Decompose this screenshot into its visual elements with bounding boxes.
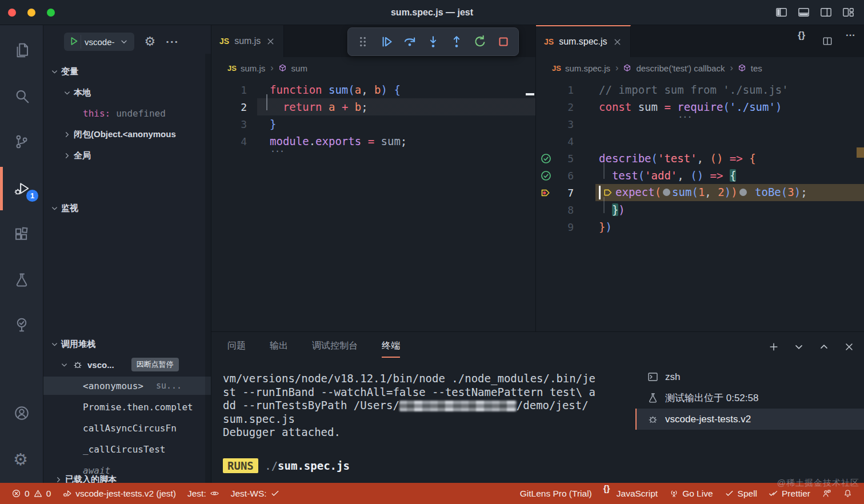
debug-stop-button[interactable] (495, 33, 512, 50)
activity-item-run-and-debug[interactable]: 1 (0, 175, 43, 202)
minimize-window-button[interactable] (27, 9, 35, 17)
debug-settings-gear-icon[interactable]: ⚙ (145, 34, 156, 49)
tab-sum-js[interactable]: JS sum.js (211, 25, 284, 57)
status-item-jest-autorun[interactable]: Jest: (182, 489, 225, 499)
status-item-jest-ws[interactable]: Jest-WS: (225, 489, 286, 499)
activity-item-explorer[interactable] (0, 37, 43, 64)
stack-frame[interactable]: callAsyncCircusFn (43, 419, 211, 437)
editor-group-left: JS sum.js JSsum.js›sum 1function sum(a, … (211, 25, 536, 331)
close-window-button[interactable] (8, 9, 16, 17)
code-line[interactable]: 3} (211, 115, 535, 133)
stack-frame[interactable]: Promise.then.complet (43, 398, 211, 416)
debug-restart-button[interactable] (471, 33, 489, 50)
code-line[interactable]: 8 }) (536, 201, 864, 218)
inline-breakpoint-candidate-icon[interactable] (739, 189, 747, 196)
activity-item-extensions[interactable] (0, 221, 43, 248)
watch-section-header[interactable]: 监视 (43, 199, 211, 217)
line-number: 8 (555, 204, 574, 216)
variable-this[interactable]: this: undefined (43, 104, 211, 122)
grip-icon (355, 34, 370, 49)
status-item-debug-session[interactable]: vscode-jest-tests.v2 (jest) (57, 489, 182, 499)
start-debugging-icon[interactable] (67, 35, 81, 49)
status-item-spell[interactable]: Spell (719, 489, 763, 499)
close-panel-icon[interactable] (843, 341, 855, 353)
status-item-problems-summary[interactable]: 00 (6, 489, 57, 499)
activity-item-source-control[interactable] (0, 128, 43, 155)
loaded-scripts-section[interactable]: 已载入的脚本 (43, 470, 211, 483)
code-line[interactable]: 7expect(sum(1, 2)) toBe(3); (536, 184, 864, 201)
line-number: 5 (555, 153, 574, 165)
variables-local-scope[interactable]: 本地 (43, 83, 211, 102)
callstack-section-header[interactable]: 调用堆栈 (43, 335, 211, 353)
debug-step-out-button[interactable] (448, 33, 465, 50)
code-line[interactable]: 4 (536, 133, 864, 150)
activity-item-search[interactable] (0, 82, 43, 110)
go-to-symbol-icon[interactable]: {} (798, 35, 809, 47)
stack-frame[interactable]: <anonymous>su... (43, 377, 211, 395)
variables-closure-scope[interactable]: 闭包(Object.<anonymous (43, 125, 211, 143)
terminal-output[interactable]: vm/versions/node/v18.12.1/bin/node ./nod… (223, 372, 633, 473)
variables-global-scope[interactable]: 全局 (43, 146, 211, 165)
stack-frame[interactable]: _callCircusTest (43, 440, 211, 458)
panel-tab-terminal[interactable]: 终端 (382, 337, 400, 358)
code-line[interactable]: 5describe('test', () => { (536, 150, 864, 167)
code-line[interactable]: 3 (536, 115, 864, 133)
status-bar-right: GitLens Pro (Trial){}JavaScriptGo LiveSp… (514, 489, 858, 499)
customize-layout-icon[interactable] (842, 6, 855, 19)
launch-config-picker[interactable]: vscode- (64, 33, 134, 51)
code-line[interactable]: 4module.exports = sum; (211, 133, 535, 150)
debug-continue-button[interactable] (378, 33, 395, 50)
maximize-panel-icon[interactable] (818, 341, 830, 353)
panel-tab-debug-console[interactable]: 调试控制台 (312, 337, 358, 358)
status-item-prettier[interactable]: Prettier (763, 489, 816, 499)
more-actions-icon[interactable]: ··· (846, 35, 857, 47)
toggle-panel-icon[interactable] (797, 6, 810, 19)
debug-step-into-button[interactable] (425, 33, 442, 50)
debug-drag-handle-button[interactable] (354, 33, 371, 50)
toggle-secondary-sidebar-icon[interactable] (819, 6, 833, 19)
panel-actions (768, 341, 855, 353)
variables-section-header[interactable]: 变量 (43, 62, 211, 81)
code-line[interactable]: 1function sum(a, b) { (211, 81, 535, 98)
breadcrumb[interactable]: JSsum.js›sum (211, 57, 535, 79)
tab-sum-spec-js[interactable]: JS sum.spec.js (536, 25, 631, 57)
code-editor-sum-js[interactable]: 1function sum(a, b) {2 return a + b;3}4m… (211, 79, 535, 331)
close-tab-icon[interactable] (613, 37, 622, 47)
panel-tab-output[interactable]: 输出 (270, 337, 288, 358)
status-item-language-mode[interactable]: {}JavaScript (598, 489, 663, 499)
activity-item-testing[interactable] (0, 266, 43, 294)
inline-breakpoint-candidate-icon[interactable] (663, 189, 670, 196)
new-terminal-icon[interactable] (768, 341, 779, 353)
debug-more-actions-icon[interactable]: ··· (166, 35, 179, 49)
terminal-list-item-test-output[interactable]: 测试输出位于 0:52:58 (635, 387, 864, 409)
split-editor-icon[interactable] (822, 35, 833, 47)
close-tab-icon[interactable] (266, 37, 275, 46)
code-line[interactable]: 9}) (536, 218, 864, 235)
code-line[interactable]: 1// import sum from './sum.js' (536, 81, 864, 98)
sidebar-scrollbar[interactable] (205, 54, 211, 483)
terminal-list-item-jest-tests[interactable]: vscode-jest-tests.v2 (635, 409, 864, 430)
activity-item-todo-tree[interactable] (0, 311, 43, 338)
chevron-down-icon (50, 67, 59, 76)
code-line[interactable]: 6 test('add', () => { (536, 167, 864, 184)
activity-item-settings[interactable]: ⚙ (0, 446, 43, 474)
toggle-primary-sidebar-icon[interactable] (775, 6, 788, 19)
panel-tab-problems[interactable]: 问题 (227, 337, 246, 358)
launch-profile-icon[interactable] (793, 341, 805, 353)
status-item-feedback[interactable] (816, 489, 837, 498)
terminal-list-item-zsh[interactable]: zsh (635, 366, 864, 387)
term-icon (647, 371, 659, 383)
activity-item-accounts[interactable] (0, 399, 43, 427)
code-editor-sum-spec-js[interactable]: 1// import sum from './sum.js'2const sum… (536, 79, 864, 331)
line-number: 2 (555, 101, 574, 113)
code-line[interactable]: 2 return a + b; (211, 98, 535, 115)
status-item-go-live[interactable]: Go Live (663, 489, 718, 499)
files-icon (13, 42, 30, 59)
code-line[interactable]: 2const sum = require('./sum') (536, 98, 864, 115)
status-item-gitlens[interactable]: GitLens Pro (Trial) (514, 489, 598, 499)
breadcrumb[interactable]: JSsum.spec.js›describe('test') callback›… (536, 57, 864, 79)
fullscreen-window-button[interactable] (47, 9, 55, 17)
debug-session-row[interactable]: vsco... 因断点暂停 (43, 355, 211, 374)
status-item-notifications[interactable] (837, 489, 858, 498)
debug-step-over-button[interactable] (401, 33, 418, 50)
